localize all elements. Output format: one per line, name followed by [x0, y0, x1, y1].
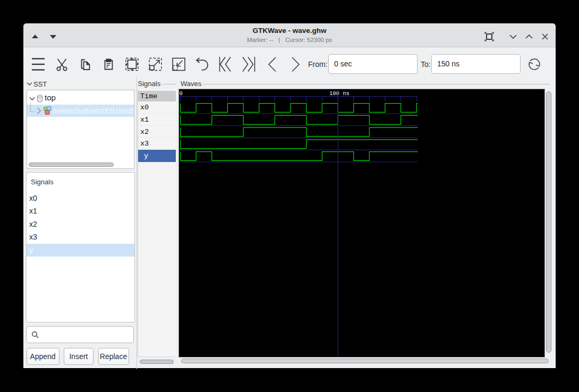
- svg-text:100 ns: 100 ns: [329, 90, 350, 97]
- svg-text:0: 0: [180, 90, 183, 97]
